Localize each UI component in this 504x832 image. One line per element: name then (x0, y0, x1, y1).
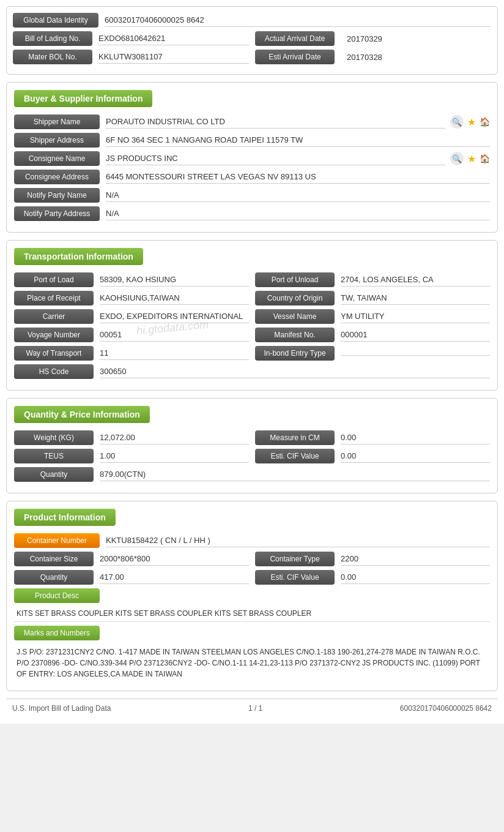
hs-code-value: 300650 (100, 365, 490, 378)
container-size-value: 2000*806*800 (100, 552, 249, 566)
quantity-value: 879.00(CTN) (100, 468, 490, 481)
voyage-number-label: Voyage Number (14, 328, 94, 342)
notify-party-address-value: N/A (106, 207, 490, 220)
product-quantity-value: 417.00 (100, 571, 249, 584)
inbond-entry-type-value (341, 351, 490, 356)
country-origin-value: TW, TAIWAN (341, 291, 490, 305)
product-esti-cif-label: Esti. CIF Value (255, 570, 335, 585)
notify-party-address-label: Notify Party Address (14, 206, 100, 221)
weight-value: 12,072.00 (100, 431, 249, 444)
marks-numbers-label: Marks and Numbers (14, 626, 100, 640)
hs-code-row: HS Code 300650 (14, 364, 490, 379)
quantity-label: Quantity (14, 467, 94, 482)
shipper-star-icon[interactable]: ★ (467, 116, 476, 128)
footer-center: 1 / 1 (248, 704, 262, 713)
quantity-price-section-title: Quantity & Price Information (14, 406, 150, 423)
notify-party-name-value: N/A (106, 189, 490, 202)
product-desc-text: KITS SET BRASS COUPLER KITS SET BRASS CO… (14, 605, 490, 622)
consignee-home-icon[interactable]: 🏠 (480, 154, 490, 163)
shipper-home-icon[interactable]: 🏠 (480, 117, 490, 127)
port-unload-value: 2704, LOS ANGELES, CA (341, 273, 490, 287)
shipper-name-row: Shipper Name PORAUTO INDUSTRIAL CO LTD 🔍… (14, 114, 490, 129)
global-data-identity-label: Global Data Identity (13, 13, 98, 28)
global-data-identity-value: 600320170406000025 8642 (105, 13, 491, 27)
consignee-name-row: Consignee Name JS PRODUCTS INC 🔍 ★ 🏠 (14, 151, 490, 166)
notify-party-name-row: Notify Party Name N/A (14, 188, 490, 203)
esti-cif-value-label: Esti. CIF Value (255, 449, 335, 463)
product-section-title: Product Information (14, 509, 116, 526)
teus-label: TEUS (14, 449, 94, 463)
buyer-supplier-section-title: Buyer & Supplier Information (14, 90, 152, 107)
mater-bol-label: Mater BOL No. (13, 50, 92, 64)
quantity-row: Quantity 879.00(CTN) (14, 467, 490, 482)
esti-arrival-date-label: Esti Arrival Date (255, 50, 335, 64)
inbond-entry-type-label: In-bond Entry Type (255, 346, 335, 361)
weight-label: Weight (KG) (14, 430, 94, 445)
bill-of-lading-label: Bill of Lading No. (13, 31, 92, 46)
transportation-section-title: Transportation Information (14, 248, 143, 265)
product-desc-row: Product Desc (14, 588, 490, 603)
container-number-row: Container Number KKTU8158422 ( CN / L / … (14, 533, 490, 548)
product-desc-label: Product Desc (14, 588, 100, 603)
shipper-address-label: Shipper Address (14, 133, 100, 148)
country-origin-label: Country of Origin (255, 291, 335, 305)
footer-right: 600320170406000025 8642 (400, 704, 492, 713)
product-esti-cif-value: 0.00 (341, 571, 490, 584)
manifest-no-label: Manifest No. (255, 328, 335, 342)
vessel-name-label: Vessel Name (255, 309, 335, 324)
hs-code-label: HS Code (14, 364, 94, 379)
notify-party-address-row: Notify Party Address N/A (14, 206, 490, 221)
consignee-address-row: Consignee Address 6445 MONTESSOURI STREE… (14, 170, 490, 184)
container-type-label: Container Type (255, 552, 335, 566)
consignee-name-label: Consignee Name (14, 151, 100, 166)
place-receipt-label: Place of Receipt (14, 291, 94, 305)
product-quantity-label: Quantity (14, 570, 94, 585)
carrier-value: EXDO, EXPEDITORS INTERNATIONAL (100, 310, 249, 323)
esti-cif-value: 0.00 (341, 449, 490, 463)
port-load-label: Port of Load (14, 272, 94, 287)
marks-numbers-row: Marks and Numbers (14, 626, 490, 640)
shipper-search-icon[interactable]: 🔍 (450, 115, 464, 129)
consignee-star-icon[interactable]: ★ (467, 153, 476, 165)
mater-bol-value: KKLUTW3081107 (98, 50, 249, 64)
footer-left: U.S. Import Bill of Lading Data (12, 704, 111, 713)
consignee-address-label: Consignee Address (14, 170, 100, 184)
manifest-no-value: 000001 (341, 328, 490, 342)
shipper-address-value: 6F NO 364 SEC 1 NANGANG ROAD TAIPEI 1157… (106, 133, 490, 147)
container-type-value: 2200 (341, 552, 490, 566)
way-of-transport-value: 11 (100, 347, 249, 360)
marks-numbers-text: J.S P/O: 2371231CNY2 C/NO. 1-417 MADE IN… (14, 643, 490, 683)
measure-cm-value: 0.00 (341, 431, 490, 444)
consignee-name-value: JS PRODUCTS INC (106, 152, 445, 165)
carrier-label: Carrier (14, 309, 94, 324)
container-number-label: Container Number (14, 533, 100, 548)
voyage-number-value: 00051 (100, 328, 249, 342)
teus-value: 1.00 (100, 449, 249, 463)
container-number-value: KKTU8158422 ( CN / L / HH ) (106, 534, 490, 547)
port-load-value: 58309, KAO HSIUNG (100, 273, 249, 287)
actual-arrival-date-value: 20170329 (347, 34, 382, 43)
measure-cm-label: Measure in CM (255, 430, 335, 445)
place-receipt-value: KAOHSIUNG,TAIWAN (100, 291, 249, 305)
shipper-name-value: PORAUTO INDUSTRIAL CO LTD (106, 115, 445, 129)
shipper-address-row: Shipper Address 6F NO 364 SEC 1 NANGANG … (14, 133, 490, 148)
shipper-name-label: Shipper Name (14, 114, 100, 129)
vessel-name-value: YM UTILITY (341, 310, 490, 323)
consignee-address-value: 6445 MONTESSOURI STREET LAS VEGAS NV 891… (106, 170, 490, 184)
container-size-label: Container Size (14, 552, 94, 566)
notify-party-name-label: Notify Party Name (14, 188, 100, 203)
esti-arrival-date-value: 20170328 (347, 53, 382, 62)
bill-of-lading-value: EXDO6810642621 (98, 32, 249, 45)
port-unload-label: Port of Unload (255, 272, 335, 287)
way-of-transport-label: Way of Transport (14, 346, 94, 361)
actual-arrival-date-label: Actual Arrival Date (255, 31, 335, 46)
consignee-search-icon[interactable]: 🔍 (450, 152, 464, 165)
